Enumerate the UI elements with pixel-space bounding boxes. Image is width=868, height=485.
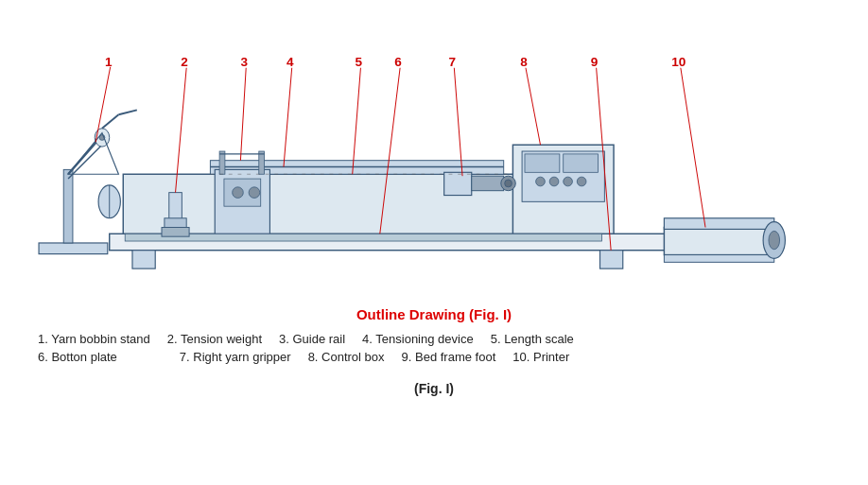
svg-rect-19 <box>259 151 265 174</box>
label-9: 9. Bed frame foot <box>402 350 496 364</box>
svg-rect-25 <box>125 234 601 241</box>
svg-rect-43 <box>169 193 182 220</box>
svg-point-8 <box>536 177 546 186</box>
svg-rect-45 <box>162 227 189 236</box>
label-2: 2. Tension weight <box>167 332 262 346</box>
label-1: 1. Yarn bobbin stand <box>38 332 150 346</box>
svg-line-35 <box>102 114 118 129</box>
label-6: 6. Botton plate <box>38 350 117 364</box>
svg-point-24 <box>505 180 512 187</box>
svg-line-36 <box>118 110 136 114</box>
label-8: 8. Control box <box>308 350 385 364</box>
svg-line-59 <box>454 68 462 176</box>
svg-rect-39 <box>664 218 773 230</box>
svg-rect-22 <box>472 176 504 191</box>
svg-rect-38 <box>664 227 773 254</box>
svg-text:3: 3 <box>240 55 248 69</box>
svg-rect-28 <box>63 169 73 243</box>
svg-line-65 <box>681 68 705 228</box>
svg-text:5: 5 <box>356 55 363 69</box>
svg-point-11 <box>577 177 586 186</box>
label-3: 3. Guide rail <box>279 332 345 346</box>
label-7: 7. Right yarn gripper <box>180 350 291 364</box>
label-4: 4. Tensioning device <box>362 332 474 346</box>
svg-line-61 <box>526 68 541 145</box>
svg-line-55 <box>353 68 361 174</box>
svg-line-51 <box>240 68 246 161</box>
svg-rect-27 <box>39 243 108 254</box>
svg-text:10: 10 <box>671 55 686 69</box>
svg-text:4: 4 <box>286 55 294 69</box>
labels-row-1: 1. Yarn bobbin stand 2. Tension weight 3… <box>38 332 830 346</box>
svg-point-16 <box>233 187 244 199</box>
svg-text:2: 2 <box>181 55 188 69</box>
svg-rect-21 <box>444 172 472 195</box>
svg-text:6: 6 <box>394 55 402 69</box>
svg-rect-7 <box>564 154 599 172</box>
svg-point-9 <box>549 177 559 186</box>
svg-text:1: 1 <box>105 55 113 69</box>
svg-point-17 <box>249 187 260 199</box>
svg-point-42 <box>769 231 780 249</box>
svg-text:7: 7 <box>449 55 457 69</box>
svg-rect-6 <box>525 154 560 172</box>
svg-text:8: 8 <box>520 55 528 69</box>
svg-rect-3 <box>600 251 623 268</box>
svg-rect-40 <box>664 255 773 263</box>
svg-rect-18 <box>219 151 225 174</box>
labels-area: 1. Yarn bobbin stand 2. Tension weight 3… <box>0 328 868 372</box>
outline-title: Outline Drawing (Fig. I) <box>0 306 868 322</box>
svg-line-30 <box>68 142 105 179</box>
labels-row-2: 6. Botton plate 7. Right yarn gripper 8.… <box>38 350 830 364</box>
drawing-area: 1 2 3 4 5 6 7 8 9 <box>0 0 868 303</box>
label-10: 10. Printer <box>512 350 569 364</box>
svg-point-10 <box>564 177 573 186</box>
page-container: 1 2 3 4 5 6 7 8 9 <box>0 0 868 485</box>
label-5: 5. Length scale <box>491 332 574 346</box>
svg-line-53 <box>284 68 292 167</box>
fig-label: (Fig. I) <box>0 381 868 396</box>
svg-text:9: 9 <box>591 55 599 69</box>
svg-rect-2 <box>132 251 155 268</box>
